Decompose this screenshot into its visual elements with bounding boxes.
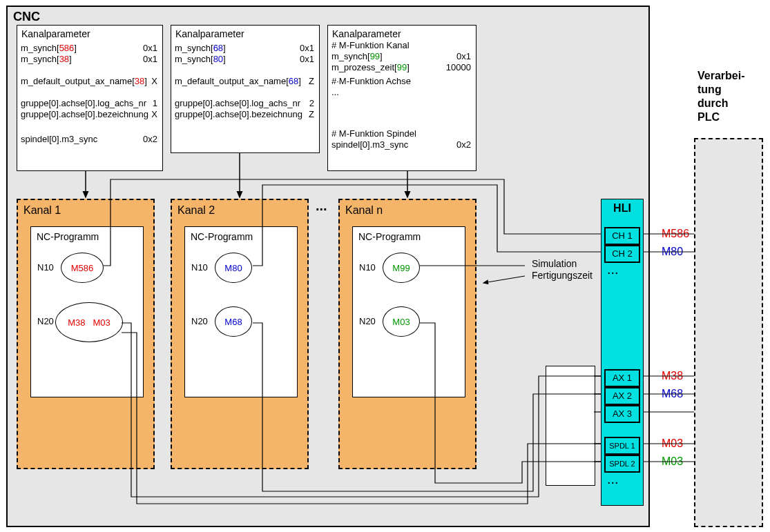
- hli-ax-3: AX 3: [604, 405, 640, 423]
- out-m03r: M03: [662, 437, 683, 450]
- nc-line-n: N20: [191, 316, 208, 326]
- out-m03g: M03: [662, 455, 683, 468]
- param-line: m_default_output_ax_name[68]Z: [175, 76, 316, 86]
- code-text: M68: [224, 317, 242, 327]
- cnc-title: CNC: [13, 10, 40, 24]
- diagram-root: CNC Kanalparameter Kanalparameter Kanalp…: [0, 0, 770, 532]
- param-line: m_synch[68]0x1: [175, 43, 316, 53]
- code-text-group: M38 M03: [68, 317, 110, 328]
- out-m68: M68: [662, 388, 683, 400]
- param-line: # M-Funktion Spindel: [331, 128, 472, 139]
- code-text: M03: [392, 317, 410, 327]
- param-line: gruppe[0].achse[0].log_achs_nr1: [21, 98, 159, 108]
- kanal-title: Kanal n: [345, 204, 383, 217]
- code-circle: M03: [383, 306, 420, 337]
- plc-label: Verarbei- tung durch PLC: [697, 69, 744, 124]
- out-m38: M38: [662, 370, 683, 382]
- param-line: m_default_output_ax_name[38]X: [21, 76, 159, 86]
- plc-line: tung: [697, 83, 722, 95]
- nc-line-n: N20: [37, 316, 54, 326]
- param-line: spindel[0].m3_sync0x2: [21, 134, 159, 144]
- param-line: # M-Funktion Kanal: [331, 40, 472, 50]
- code-circle: M80: [215, 253, 252, 283]
- param-line: m_synch[38]0x1: [21, 54, 159, 64]
- hli-dots: ...: [607, 477, 619, 481]
- nc-line-n: N10: [37, 262, 54, 273]
- nc-line-n: N10: [191, 262, 208, 273]
- hli-ax-2: AX 2: [604, 387, 640, 405]
- param-box-title: Kanalparameter: [332, 28, 401, 39]
- hli-ax-1: AX 1: [604, 369, 640, 387]
- param-line: spindel[0].m3_sync0x2: [331, 139, 472, 150]
- hli-ch-1: CH 1: [604, 227, 640, 245]
- out-m586: M586: [662, 228, 689, 240]
- nc-line-n: N20: [359, 316, 376, 326]
- plc-line: durch: [697, 97, 728, 109]
- code-circle: M38 M03: [55, 302, 123, 342]
- hli-dots: ...: [607, 267, 619, 271]
- param-line: m_synch[80]0x1: [175, 54, 316, 64]
- hli-spdl-2: SPDL 2: [604, 455, 640, 473]
- param-line: ...: [331, 87, 472, 97]
- param-line: m_synch[99]0x1: [331, 51, 472, 61]
- sim-line1: SimulationFertigungszeit: [532, 258, 593, 281]
- plc-line: PLC: [697, 111, 720, 123]
- plc-line: Verarbei-: [697, 70, 744, 81]
- kanal-title: Kanal 1: [23, 204, 61, 217]
- nc-title: NC-Programm: [358, 231, 421, 242]
- hli-title: HLI: [601, 202, 643, 215]
- hli-bar: HLI CH 1 CH 2 ... AX 1 AX 2 AX 3 SPDL 1 …: [601, 199, 644, 506]
- param-line: m_prozess_zeit[99]10000: [331, 62, 472, 72]
- param-line: #·M-Funktion Achse: [331, 76, 472, 86]
- code-circle: M99: [383, 253, 420, 283]
- code-text: M38: [68, 317, 85, 328]
- nc-title: NC-Programm: [191, 231, 253, 242]
- param-line: gruppe[0].achse[0].log_achs_nr2: [175, 98, 316, 108]
- plc-frame: [694, 138, 763, 527]
- param-line: m_synch[586]0x1: [21, 43, 159, 53]
- nc-line-n: N10: [359, 262, 376, 273]
- param-line: gruppe[0].achse[0].bezeichnungX: [21, 109, 159, 119]
- code-text: M99: [392, 263, 410, 273]
- axis-block: [546, 366, 595, 486]
- hli-ch-2: CH 2: [604, 245, 640, 263]
- kanal-ellipsis: ···: [316, 201, 327, 217]
- code-circle: M68: [215, 306, 252, 337]
- nc-title: NC-Programm: [37, 231, 99, 242]
- param-line: gruppe[0].achse[0].bezeichnungZ: [175, 109, 316, 119]
- param-box-title: Kanalparameter: [175, 28, 244, 39]
- kanal-title: Kanal 2: [177, 204, 215, 217]
- code-text: M80: [224, 263, 242, 273]
- code-circle: M586: [61, 253, 104, 283]
- param-box-title: Kanalparameter: [21, 28, 90, 39]
- hli-spdl-1: SPDL 1: [604, 437, 640, 455]
- code-text: M03: [93, 317, 110, 328]
- code-text: M586: [71, 263, 94, 273]
- out-m80: M80: [662, 246, 683, 258]
